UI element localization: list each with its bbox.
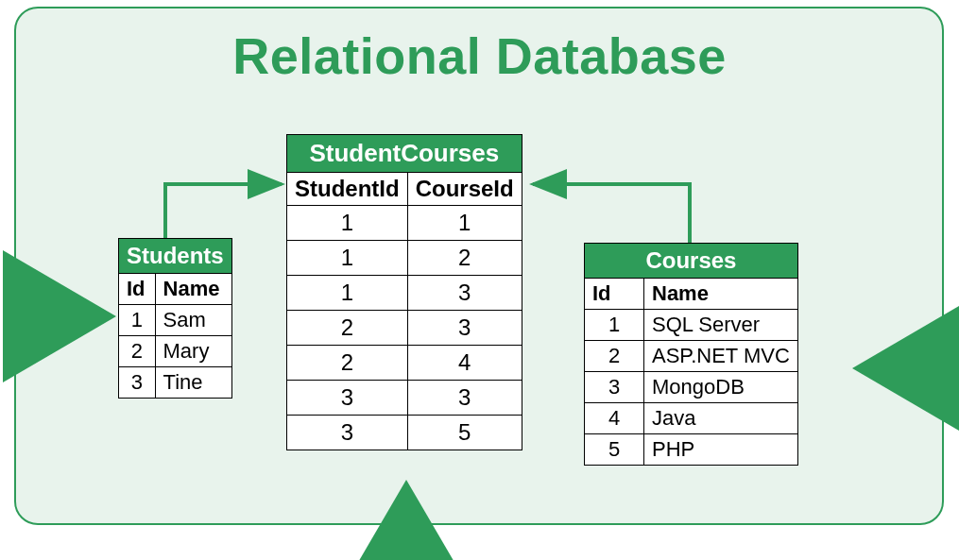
- cell: 2: [119, 336, 156, 367]
- cell: PHP: [644, 434, 798, 466]
- junction-col-cid: CourseId: [407, 173, 522, 206]
- courses-col-name: Name: [644, 279, 798, 310]
- table-row: 35: [287, 416, 522, 450]
- cell: Java: [644, 403, 798, 434]
- cell: 3: [407, 311, 522, 346]
- junction-table-name: StudentCourses: [287, 135, 522, 173]
- table-row: 33: [287, 381, 522, 416]
- cell: 1: [287, 276, 408, 311]
- students-table: Students Id Name 1Sam 2Mary 3Tine: [118, 238, 232, 399]
- cell: SQL Server: [644, 310, 798, 341]
- cell: 1: [585, 310, 644, 341]
- students-col-name: Name: [155, 274, 231, 305]
- cell: 5: [585, 434, 644, 466]
- table-row: 2ASP.NET MVC: [585, 341, 798, 372]
- cell: 5: [407, 416, 522, 450]
- cell: 2: [287, 346, 408, 381]
- cell: ASP.NET MVC: [644, 341, 798, 372]
- table-row: 23: [287, 311, 522, 346]
- cell: 3: [287, 381, 408, 416]
- students-table-name: Students: [119, 239, 232, 274]
- table-row: 4Java: [585, 403, 798, 434]
- cell: 3: [119, 367, 156, 399]
- courses-col-id: Id: [585, 279, 644, 310]
- table-row: 1Sam: [119, 305, 232, 336]
- students-col-id: Id: [119, 274, 156, 305]
- cell: 4: [585, 403, 644, 434]
- cell: Mary: [155, 336, 231, 367]
- table-row: 1SQL Server: [585, 310, 798, 341]
- table-row: 2Mary: [119, 336, 232, 367]
- cell: Sam: [155, 305, 231, 336]
- table-row: 3MongoDB: [585, 372, 798, 403]
- cell: 3: [407, 276, 522, 311]
- page-title: Relational Database: [0, 26, 959, 85]
- table-row: 3Tine: [119, 367, 232, 399]
- cell: Tine: [155, 367, 231, 399]
- cell: MongoDB: [644, 372, 798, 403]
- cell: 2: [287, 311, 408, 346]
- table-row: 11: [287, 206, 522, 241]
- table-row: 5PHP: [585, 434, 798, 466]
- cell: 2: [585, 341, 644, 372]
- cell: 1: [407, 206, 522, 241]
- courses-table: Courses Id Name 1SQL Server 2ASP.NET MVC…: [584, 243, 798, 466]
- cell: 3: [585, 372, 644, 403]
- junction-col-sid: StudentId: [287, 173, 408, 206]
- cell: 1: [119, 305, 156, 336]
- cell: 3: [287, 416, 408, 450]
- cell: 4: [407, 346, 522, 381]
- table-row: 12: [287, 241, 522, 276]
- table-row: 24: [287, 346, 522, 381]
- table-row: 13: [287, 276, 522, 311]
- cell: 1: [287, 206, 408, 241]
- courses-table-name: Courses: [585, 244, 798, 279]
- studentcourses-table: StudentCourses StudentId CourseId 11 12 …: [286, 134, 522, 450]
- cell: 1: [287, 241, 408, 276]
- cell: 2: [407, 241, 522, 276]
- cell: 3: [407, 381, 522, 416]
